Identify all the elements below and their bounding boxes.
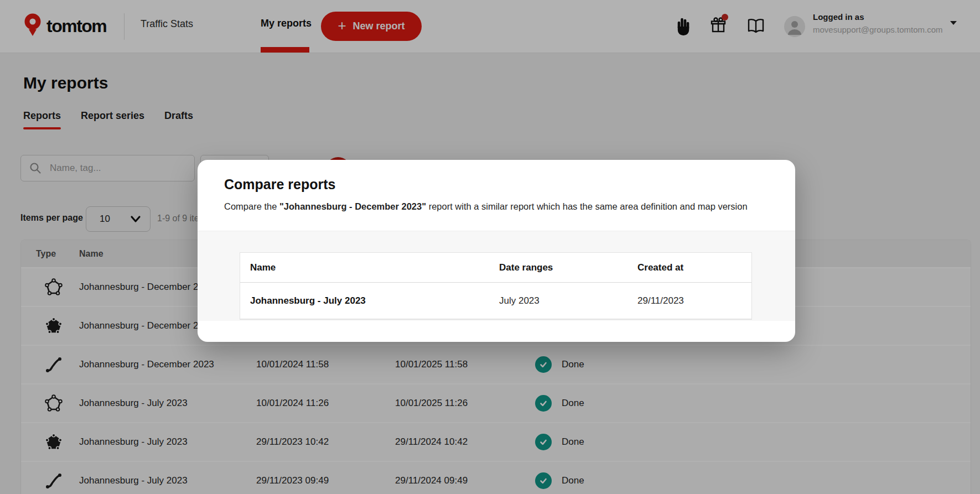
- compare-table-header: Name Date ranges Created at: [240, 253, 751, 283]
- modal-body: Name Date ranges Created at Johannesburg…: [198, 231, 795, 321]
- compare-table-row[interactable]: Johannesburg - July 2023 July 2023 29/11…: [240, 283, 751, 319]
- modal-description: Compare the "Johannesburg - December 202…: [224, 201, 769, 212]
- compare-table: Name Date ranges Created at Johannesburg…: [240, 252, 752, 320]
- modal-header: Compare reports Compare the "Johannesbur…: [198, 160, 795, 231]
- compare-header-name: Name: [240, 262, 499, 273]
- modal-title: Compare reports: [224, 176, 769, 193]
- compare-reports-modal: Compare reports Compare the "Johannesbur…: [198, 160, 795, 342]
- modal-report-name: "Johannesburg - December 2023": [279, 201, 426, 211]
- compare-header-date-ranges: Date ranges: [499, 262, 637, 273]
- compare-header-created-at: Created at: [637, 262, 743, 273]
